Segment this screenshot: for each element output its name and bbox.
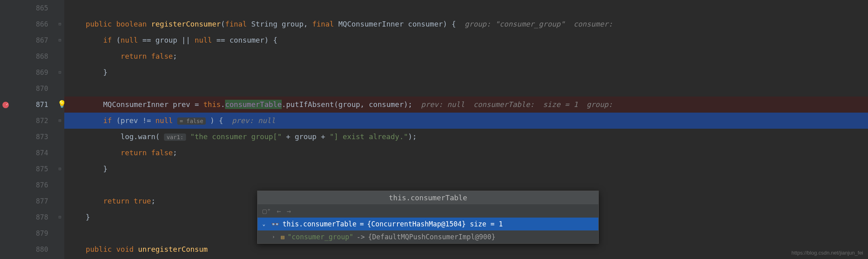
code-line[interactable]: public boolean registerConsumer(final St… [64, 16, 868, 32]
fold-column[interactable]: ⊟ ⊟ ⊡ 💡 ⊟ ⊡ ⊡ [56, 0, 64, 259]
code-text: ); [408, 132, 417, 141]
code-text: } [103, 68, 108, 76]
code-text: ) { [210, 116, 223, 125]
collection-icon: ▤ [281, 234, 284, 240]
keyword: if [103, 36, 112, 44]
code-text: String group, [251, 20, 308, 28]
popup-expr: this.consumerTable [283, 220, 356, 228]
code-text: MQConsumerInner prev = [103, 100, 203, 109]
code-line-current[interactable]: if (prev != null = false ) { prev: null [64, 113, 868, 129]
breakpoint-check-icon: ✓ [6, 102, 8, 106]
keyword: final [312, 20, 334, 28]
camera-icon[interactable]: ▢⁺ [262, 207, 271, 215]
chevron-right-icon[interactable]: › [272, 234, 278, 240]
field-ref: consumerTable [225, 100, 282, 109]
popup-key: "consumer_group" [287, 233, 353, 241]
line-number[interactable]: 867 [12, 32, 56, 48]
code-editor: ✓ 865 866 867 868 869 870 871 872 873 87… [0, 0, 868, 259]
keyword: void [116, 245, 133, 253]
code-line[interactable]: return false; [64, 48, 868, 64]
keyword: return true [103, 197, 151, 205]
string-literal: "] exist already." [330, 132, 408, 141]
code-text: ; [173, 148, 177, 157]
line-number[interactable]: 879 [12, 225, 56, 241]
fold-marker-icon[interactable]: ⊡ [57, 70, 63, 75]
inline-hint: prev: null [232, 116, 275, 125]
popup-arrow: -> [356, 233, 364, 241]
line-number[interactable]: 875 [12, 161, 56, 177]
fold-marker-icon[interactable]: ⊟ [57, 37, 63, 43]
back-arrow-icon[interactable]: ← [277, 207, 281, 215]
code-text: } [86, 213, 90, 221]
keyword: null [121, 36, 138, 44]
line-number[interactable]: 866 [12, 16, 56, 32]
glasses-icon: 👓 [271, 220, 279, 228]
breakpoint-column[interactable]: ✓ [0, 0, 12, 259]
line-number[interactable]: 877 [12, 193, 56, 209]
line-number[interactable]: 870 [12, 80, 56, 97]
code-text: MQConsumerInner consumer) { [338, 20, 456, 28]
code-text: ; [151, 197, 156, 205]
popup-toolbar: ▢⁺ ← → [258, 204, 598, 218]
code-line[interactable]: if (null == group || null == consumer) { [64, 32, 868, 48]
popup-value: {ConcurrentHashMap@1504} size = 1 [367, 220, 503, 228]
popup-title: this.consumerTable [258, 191, 598, 204]
keyword: return false [121, 52, 173, 60]
code-text: == consumer) { [212, 36, 278, 44]
fold-marker-icon[interactable]: ⊟ [57, 21, 63, 27]
debug-evaluate-popup[interactable]: this.consumerTable ▢⁺ ← → ⌄ 👓 this.consu… [257, 191, 599, 244]
popup-tree-row[interactable]: › ▤ "consumer_group" -> {DefaultMQPushCo… [258, 230, 598, 243]
keyword: final [225, 20, 247, 28]
code-line[interactable]: MQConsumerInner prev = this.consumerTabl… [64, 97, 868, 113]
code-text: } [103, 164, 108, 173]
code-line[interactable]: log.warn( var1: "the consumer group[" + … [64, 129, 868, 145]
fold-marker-icon[interactable]: ⊡ [57, 214, 63, 220]
line-number[interactable]: 868 [12, 48, 56, 64]
string-literal: "the consumer group[" [190, 132, 282, 141]
forward-arrow-icon[interactable]: → [287, 207, 291, 215]
code-line[interactable]: } [64, 64, 868, 80]
keyword: return false [121, 148, 173, 157]
code-text: . [221, 100, 225, 109]
line-number[interactable]: 880 [12, 241, 56, 257]
inline-hint: group: "consumer_group" consumer: [465, 20, 612, 28]
code-text: + group + [282, 132, 330, 141]
line-number[interactable]: 874 [12, 145, 56, 161]
code-text: == group || [138, 36, 194, 44]
code-line[interactable]: return false; [64, 145, 868, 161]
popup-eq: = [360, 220, 364, 228]
popup-tree-row[interactable]: ⌄ 👓 this.consumerTable = {ConcurrentHash… [258, 218, 598, 230]
fold-marker-icon[interactable]: ⊟ [57, 118, 63, 123]
keyword: null [156, 116, 173, 125]
keyword: if [103, 116, 112, 125]
line-number[interactable]: 876 [12, 177, 56, 193]
code-text: .putIfAbsent(group, consumer); [282, 100, 412, 109]
chevron-down-icon[interactable]: ⌄ [262, 221, 268, 227]
line-number[interactable]: 873 [12, 129, 56, 145]
code-text: log.warn( [121, 132, 160, 141]
eval-badge: = false [177, 117, 206, 125]
line-number[interactable]: 865 [12, 0, 56, 16]
line-number-gutter[interactable]: 865 866 867 868 869 870 871 872 873 874 … [12, 0, 56, 259]
code-line[interactable]: } [64, 161, 868, 177]
code-line[interactable] [64, 80, 868, 97]
keyword: public [86, 245, 112, 253]
breakpoint-icon[interactable]: ✓ [2, 102, 9, 108]
code-text: (prev != [112, 116, 155, 125]
param-hint-badge: var1: [164, 134, 186, 141]
code-line[interactable]: public void unregisterConsum [64, 241, 868, 257]
keyword: null [194, 36, 212, 44]
fold-marker-icon[interactable]: ⊡ [57, 166, 63, 172]
code-text: ; [173, 52, 177, 60]
code-line[interactable] [64, 0, 868, 16]
line-number[interactable]: 871 [12, 97, 56, 113]
keyword: this [203, 100, 221, 109]
code-area[interactable]: public boolean registerConsumer(final St… [64, 0, 868, 259]
line-number[interactable]: 872 [12, 113, 56, 129]
line-number[interactable]: 878 [12, 209, 56, 225]
line-number[interactable]: 869 [12, 64, 56, 80]
code-text: ( [116, 36, 121, 44]
popup-value: {DefaultMQPushConsumerImpl@900} [368, 233, 495, 241]
inline-hint: prev: null consumerTable: size = 1 group… [421, 100, 613, 109]
method-name: unregisterConsum [138, 245, 207, 253]
